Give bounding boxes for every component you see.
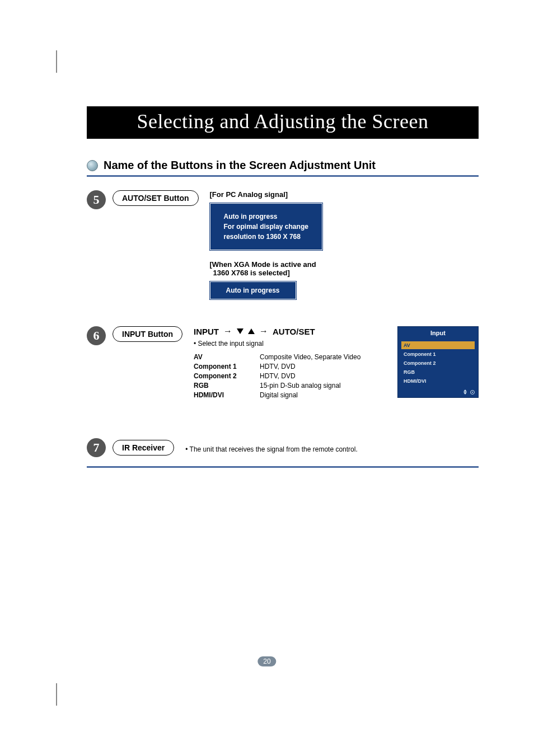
page-number-value: 20 bbox=[257, 656, 276, 666]
osd-line: resolution to 1360 X 768 bbox=[224, 232, 308, 242]
xga-label-line: [When XGA Mode is active and bbox=[210, 260, 479, 269]
content-area: Selecting and Adjusting the Screen Name … bbox=[87, 106, 479, 468]
osd-item-av: AV bbox=[401, 341, 475, 349]
section-6-body: INPUT → → AUTO/SET • Select the input si… bbox=[194, 326, 479, 416]
subheading-text: Name of the Buttons in the Screen Adjust… bbox=[104, 159, 376, 172]
osd-item-component2: Component 2 bbox=[401, 359, 475, 367]
section-7: 7 IR Receiver • The unit that receives t… bbox=[87, 438, 479, 457]
autoset-button-label: AUTO/SET Button bbox=[113, 190, 199, 206]
osd-line: Auto in progress bbox=[224, 212, 308, 222]
arrow-icon: → bbox=[259, 326, 268, 336]
divider bbox=[87, 175, 479, 177]
osd-item-hdmidvi: HDMI/DVI bbox=[401, 377, 475, 385]
step-badge-5: 5 bbox=[87, 190, 106, 209]
pc-analog-label: [For PC Analog signal] bbox=[210, 190, 479, 199]
section-5: 5 AUTO/SET Button [For PC Analog signal]… bbox=[87, 190, 479, 307]
enter-icon bbox=[470, 390, 475, 395]
osd-message-2: Auto in progress bbox=[210, 281, 296, 299]
osd-menu-list: AV Component 1 Component 2 RGB HDMI/DVI bbox=[398, 339, 478, 387]
osd-item-component1: Component 1 bbox=[401, 350, 475, 358]
section-6: 6 INPUT Button INPUT → → AUTO/SET • Sele… bbox=[87, 326, 479, 416]
osd-menu-title: Input bbox=[398, 327, 478, 339]
osd-line: For opimal display change bbox=[224, 222, 308, 232]
flow-input: INPUT bbox=[194, 327, 219, 336]
subheading-row: Name of the Buttons in the Screen Adjust… bbox=[87, 159, 479, 172]
ir-receiver-text: • The unit that receives the signal from… bbox=[185, 445, 357, 453]
page: Selecting and Adjusting the Screen Name … bbox=[0, 0, 534, 756]
page-number: 20 bbox=[257, 656, 276, 666]
osd-input-menu: Input AV Component 1 Component 2 RGB HDM… bbox=[397, 326, 479, 398]
flow-autoset: AUTO/SET bbox=[273, 327, 315, 336]
sig-key: RGB bbox=[194, 382, 255, 389]
down-triangle-icon bbox=[237, 328, 243, 334]
osd-footer-icons bbox=[398, 387, 478, 397]
crop-mark bbox=[56, 50, 57, 73]
sig-key: HDMI/DVI bbox=[194, 391, 255, 399]
updown-icon bbox=[463, 389, 467, 395]
page-title: Selecting and Adjusting the Screen bbox=[87, 106, 479, 139]
crop-mark bbox=[56, 683, 57, 706]
sig-key: Component 1 bbox=[194, 363, 255, 370]
osd-message-1: Auto in progress For opimal display chan… bbox=[210, 203, 322, 258]
divider bbox=[87, 466, 479, 468]
step-badge-7: 7 bbox=[87, 438, 106, 457]
ir-receiver-label: IR Receiver bbox=[113, 440, 174, 456]
up-triangle-icon bbox=[248, 328, 255, 334]
input-button-label: INPUT Button bbox=[113, 326, 182, 342]
sig-key: AV bbox=[194, 353, 255, 361]
section-5-body: [For PC Analog signal] Auto in progress … bbox=[210, 190, 479, 307]
arrow-icon: → bbox=[223, 326, 232, 336]
xga-label-line: 1360 X768 is selected] bbox=[210, 269, 479, 277]
bullet-icon bbox=[87, 160, 98, 171]
sig-key: Component 2 bbox=[194, 372, 255, 380]
xga-label: [When XGA Mode is active and 1360 X768 i… bbox=[210, 260, 479, 277]
step-badge-6: 6 bbox=[87, 326, 106, 345]
osd-item-rgb: RGB bbox=[401, 368, 475, 376]
